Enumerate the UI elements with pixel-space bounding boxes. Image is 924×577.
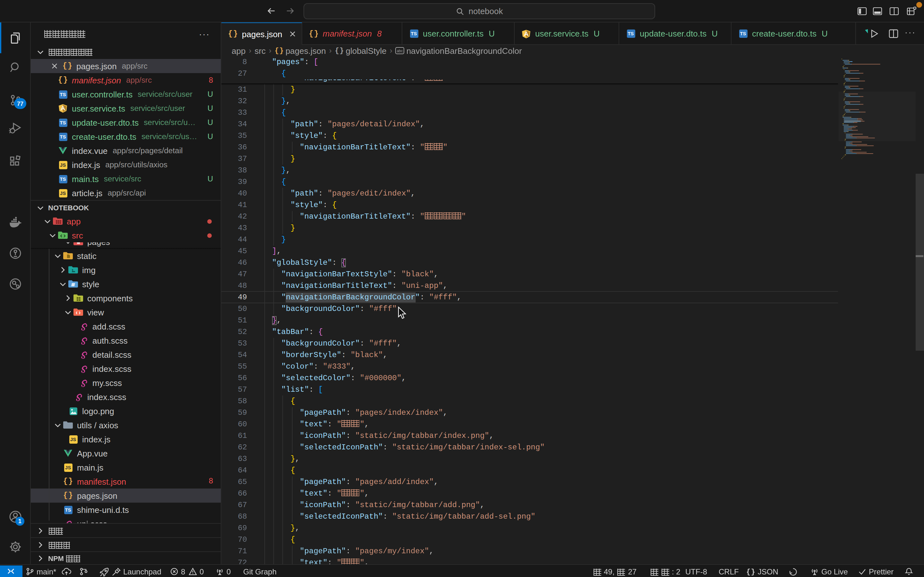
svg-text:abc: abc	[397, 49, 403, 53]
